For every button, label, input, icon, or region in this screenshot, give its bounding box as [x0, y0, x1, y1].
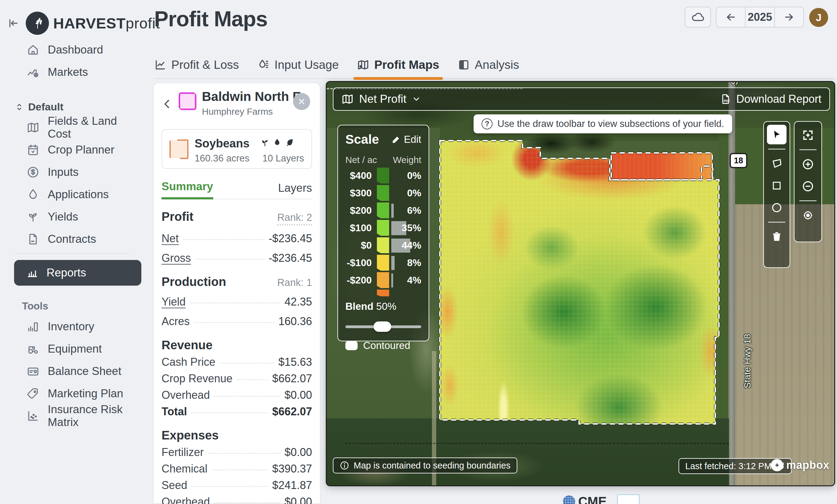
- sidebar-item-insurance-risk-matrix[interactable]: Insurance Risk Matrix: [0, 406, 143, 426]
- year-value: 2025: [745, 7, 774, 27]
- scale-edit-button[interactable]: Edit: [392, 134, 421, 145]
- sidebar-item-crop-planner[interactable]: Crop Planner: [0, 140, 143, 160]
- mapbox-attribution[interactable]: mapbox: [771, 459, 829, 472]
- card-icon: [26, 364, 40, 378]
- droplet-gauge-icon: [257, 59, 269, 71]
- scale-overflow-swatch: [377, 290, 389, 296]
- production-rank: Rank: 1: [277, 277, 312, 288]
- select-cursor-button[interactable]: [767, 125, 786, 144]
- crop-card[interactable]: Soybeans 160.36 acres 10 Layers: [162, 129, 312, 169]
- zoom-out-button[interactable]: [798, 177, 818, 196]
- expense-row-label: Fertilizer: [162, 446, 204, 459]
- sidebar-item-contracts[interactable]: Contracts: [0, 229, 143, 249]
- sidebar-item-balance-sheet[interactable]: Balance Sheet: [0, 361, 143, 381]
- net-link[interactable]: Net: [162, 232, 179, 245]
- draw-toolbar: [763, 121, 790, 268]
- blend-label: Blend 50%: [345, 301, 421, 312]
- section-title-revenue: Revenue: [162, 338, 213, 352]
- blend-slider[interactable]: [345, 321, 421, 332]
- cme-logo: CME: [578, 494, 607, 504]
- profit-map[interactable]: 18 State Hwy 18 State H Net Profit PDF D…: [326, 81, 835, 486]
- zoom-in-button[interactable]: [798, 155, 818, 174]
- sidebar-item-marketing-plan[interactable]: Marketing Plan: [0, 384, 143, 403]
- highway-shield: 18: [730, 153, 747, 168]
- revenue-row-value: $15.63: [279, 356, 312, 368]
- sidebar-item-label: Inventory: [48, 320, 94, 333]
- scale-row: $3000%: [345, 185, 421, 202]
- tab-analysis[interactable]: Analysis: [458, 51, 519, 78]
- profit-heatmap-strip[interactable]: [611, 153, 712, 180]
- question-icon: ?: [482, 118, 493, 129]
- tab-profit-maps[interactable]: Profit Maps: [357, 51, 439, 78]
- revenue-row-value: $662.07: [272, 372, 312, 385]
- crop-name: Soybeans: [195, 137, 250, 150]
- revenue-total-value: $662.07: [272, 405, 312, 418]
- year-next-button[interactable]: [774, 7, 803, 27]
- sidebar-item-label: Yields: [48, 211, 78, 223]
- profit-heatmap[interactable]: [440, 141, 719, 424]
- draw-rectangle-button[interactable]: [767, 176, 786, 195]
- yield-link[interactable]: Yield: [162, 295, 186, 308]
- sidebar-item-applications[interactable]: Applications: [0, 185, 143, 204]
- revenue-row-label: Cash Price: [162, 356, 215, 368]
- chevron-down-icon: [412, 94, 421, 104]
- draw-polygon-button[interactable]: [767, 154, 786, 174]
- close-icon[interactable]: [293, 93, 310, 110]
- download-report-button[interactable]: PDF Download Report: [720, 93, 821, 106]
- mapbox-logo-icon: [771, 459, 783, 471]
- sidebar-item-equipment[interactable]: Equipment: [0, 339, 143, 359]
- year-prev-button[interactable]: [716, 7, 745, 27]
- tab-profit-and-loss[interactable]: Profit & Loss: [154, 51, 239, 78]
- sidebar-item-dashboard[interactable]: Dashboard: [0, 40, 143, 60]
- blend-slider-thumb[interactable]: [374, 321, 391, 332]
- yield-value: 42.35: [285, 295, 312, 308]
- avatar[interactable]: J: [809, 8, 828, 27]
- sidebar-item-yields[interactable]: Yields: [0, 207, 143, 227]
- draw-circle-button[interactable]: [767, 198, 786, 217]
- map-toolbar: Net Profit PDF Download Report: [333, 88, 830, 111]
- tab-input-usage[interactable]: Input Usage: [257, 51, 339, 78]
- fit-bounds-button[interactable]: [798, 125, 818, 145]
- crop-field-swatch: [170, 140, 189, 159]
- locate-button[interactable]: [798, 205, 818, 225]
- scale-color-swatch: [377, 237, 389, 253]
- sidebar-item-label: Marketing Plan: [48, 387, 123, 400]
- field-summary-panel: Baldwin North E. Humphrey Farms Soybeans…: [153, 83, 321, 504]
- gross-link[interactable]: Gross: [162, 252, 191, 265]
- profit-rank[interactable]: Rank: 2: [277, 212, 312, 226]
- crop-year-group[interactable]: Default: [15, 101, 63, 113]
- scale-color-swatch: [377, 185, 389, 201]
- expense-row-value: $0.00: [285, 496, 312, 504]
- expense-row-value: $390.37: [272, 463, 312, 475]
- panel-tab-summary[interactable]: Summary: [162, 180, 213, 199]
- sidebar-item-inventory[interactable]: Inventory: [0, 317, 143, 337]
- scale-row: $2006%: [345, 202, 421, 220]
- revenue-total-label: Total: [162, 405, 187, 418]
- trash-button[interactable]: [767, 227, 786, 247]
- section-title-production: Production: [162, 275, 226, 289]
- layer-selector[interactable]: Net Profit: [341, 93, 421, 106]
- sidebar: HARVESTprofit Dashboard Markets Default …: [0, 0, 143, 504]
- sprout-icon: [26, 210, 40, 223]
- scale-color-swatch: [377, 167, 389, 183]
- sidebar-collapse-icon[interactable]: [5, 15, 21, 31]
- crop-acres: 160.36 acres: [195, 153, 249, 164]
- sidebar-item-markets[interactable]: Markets: [0, 62, 143, 82]
- expense-row-value: $241.87: [272, 479, 312, 492]
- brand-logo-icon: [26, 12, 49, 35]
- cloud-sync-button[interactable]: [685, 7, 711, 28]
- acres-value: 160.36: [279, 315, 312, 328]
- scale-title: Scale: [345, 132, 379, 147]
- sidebar-item-fields[interactable]: Fields & Land Cost: [0, 118, 143, 137]
- sidebar-item-reports[interactable]: Reports: [14, 260, 141, 286]
- sidebar-item-label: Markets: [48, 66, 88, 78]
- draw-toolbar-tooltip: ? Use the draw toolbar to view subsectio…: [474, 114, 732, 133]
- contoured-label: Contoured: [363, 340, 410, 352]
- contoured-checkbox[interactable]: [345, 341, 358, 350]
- sidebar-item-label: Balance Sheet: [48, 365, 122, 378]
- back-chevron-icon[interactable]: [161, 98, 173, 110]
- scale-color-swatch: [377, 272, 389, 288]
- revenue-row-label: Crop Revenue: [162, 372, 232, 385]
- panel-tab-layers[interactable]: Layers: [278, 182, 312, 199]
- sidebar-item-inputs[interactable]: Inputs: [0, 162, 143, 182]
